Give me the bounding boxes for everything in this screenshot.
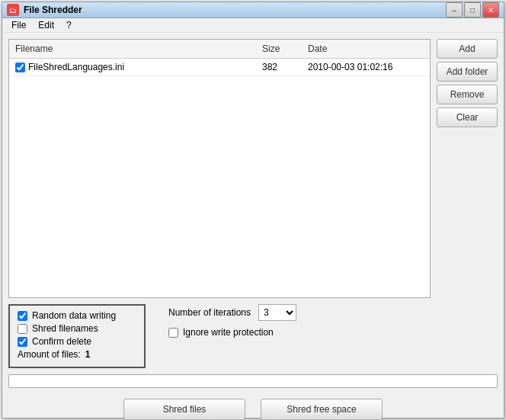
maximize-button[interactable]: □ xyxy=(464,2,481,18)
shred-files-button[interactable]: Shred files xyxy=(123,399,245,420)
confirm-delete-checkbox[interactable] xyxy=(18,337,27,347)
amount-row: Amount of files: 1 xyxy=(18,349,136,360)
title-bar: 🗂 File Shredder – □ ✕ xyxy=(2,2,504,18)
random-data-checkbox[interactable] xyxy=(18,311,27,321)
add-folder-button[interactable]: Add folder xyxy=(437,62,498,82)
side-buttons: Add Add folder Remove Clear xyxy=(437,39,498,298)
window-controls: – □ ✕ xyxy=(446,2,499,18)
file-list-body: FileShredLanguages.ini 382 2010-00-03 01… xyxy=(9,59,430,297)
col-filename: Filename xyxy=(12,42,259,56)
confirm-delete-row: Confirm delete xyxy=(18,336,136,347)
clear-button[interactable]: Clear xyxy=(437,107,498,127)
iterations-row: Number of iterations 3 1 5 7 xyxy=(168,304,498,321)
file-list-container: Filename Size Date FileShredLanguages.in… xyxy=(8,39,431,298)
remove-button[interactable]: Remove xyxy=(437,85,498,104)
ignore-write-protection-row: Ignore write protection xyxy=(168,327,498,338)
add-button[interactable]: Add xyxy=(437,39,498,59)
table-row: FileShredLanguages.ini 382 2010-00-03 01… xyxy=(9,59,430,76)
close-button[interactable]: ✕ xyxy=(482,2,499,18)
shred-filenames-row: Shred filenames xyxy=(18,323,136,334)
main-content: Filename Size Date FileShredLanguages.in… xyxy=(2,33,504,420)
file-checkbox[interactable] xyxy=(15,63,25,72)
ignore-write-protection-checkbox[interactable] xyxy=(168,328,178,338)
main-window: 🗂 File Shredder – □ ✕ File Edit ? Filena… xyxy=(2,2,504,418)
menu-edit[interactable]: Edit xyxy=(32,18,60,32)
progress-bar-container xyxy=(8,374,498,388)
col-size: Size xyxy=(259,42,305,56)
iterations-label: Number of iterations xyxy=(168,307,251,318)
app-icon: 🗂 xyxy=(7,4,19,16)
shred-free-space-button[interactable]: Shred free space xyxy=(261,399,383,420)
bottom-buttons: Shred files Shred free space xyxy=(8,394,498,420)
col-date: Date xyxy=(305,42,427,56)
file-size-cell: 382 xyxy=(259,60,305,74)
file-date-cell: 2010-00-03 01:02:16 xyxy=(305,60,427,74)
menu-file[interactable]: File xyxy=(5,18,32,32)
top-section: Filename Size Date FileShredLanguages.in… xyxy=(8,39,498,298)
file-list-header: Filename Size Date xyxy=(9,40,430,59)
menu-bar: File Edit ? xyxy=(2,18,504,33)
amount-label: Amount of files: xyxy=(18,349,81,360)
file-name-cell: FileShredLanguages.ini xyxy=(12,60,259,74)
window-title: File Shredder xyxy=(24,5,446,15)
ignore-write-protection-label: Ignore write protection xyxy=(183,327,274,338)
bottom-section: Random data writing Shred filenames Conf… xyxy=(8,304,498,368)
confirm-delete-label: Confirm delete xyxy=(32,336,91,347)
options-box: Random data writing Shred filenames Conf… xyxy=(8,304,146,368)
random-data-label: Random data writing xyxy=(32,310,116,321)
amount-value: 1 xyxy=(85,349,91,360)
shred-filenames-checkbox[interactable] xyxy=(18,324,27,334)
file-name-text: FileShredLanguages.ini xyxy=(28,62,124,72)
right-options: Number of iterations 3 1 5 7 Ignore writ… xyxy=(153,304,498,338)
random-data-row: Random data writing xyxy=(18,310,136,321)
shred-filenames-label: Shred filenames xyxy=(32,323,98,334)
menu-help[interactable]: ? xyxy=(60,18,78,32)
iterations-select[interactable]: 3 1 5 7 xyxy=(258,304,296,321)
minimize-button[interactable]: – xyxy=(446,2,463,18)
